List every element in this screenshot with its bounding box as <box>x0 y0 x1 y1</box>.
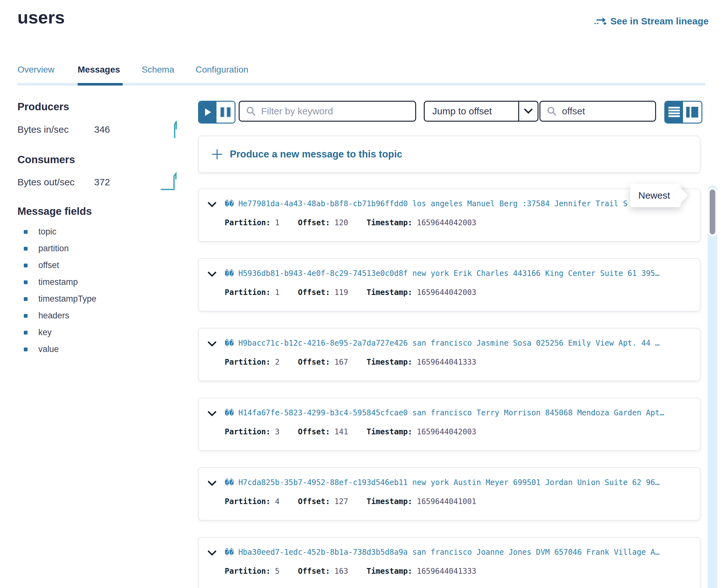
timestamp-value: 1659644041333 <box>417 567 476 576</box>
message-row[interactable]: ��H9bacc71c-b12c-4216-8e95-2a7da727e426 … <box>198 328 700 381</box>
partition-value: 1 <box>275 288 280 297</box>
message-row[interactable]: ��H14fa67fe-5823-4299-b3c4-595845cfcae0 … <box>198 398 700 451</box>
key-bytes-glyphs: �� <box>225 269 234 278</box>
play-pause-toggle[interactable] <box>198 101 235 124</box>
newest-tooltip: Newest <box>630 184 681 207</box>
pause-icon <box>227 107 231 117</box>
chevron-down-icon[interactable] <box>208 411 216 417</box>
stream-lineage-link[interactable]: See in Stream lineage <box>594 16 709 27</box>
search-icon <box>246 106 256 116</box>
message-field-item[interactable]: headers <box>17 307 150 324</box>
offset-label: Offset: <box>298 288 330 297</box>
column-view-icon <box>691 107 698 118</box>
message-row[interactable]: ��Hba30eed7-1edc-452b-8b1a-738d3b5d8a9a … <box>198 537 700 588</box>
tab-schema[interactable]: Schema <box>142 65 174 75</box>
message-field-label: topic <box>38 227 57 237</box>
filter-placeholder: Filter by keyword <box>261 106 333 117</box>
message-key[interactable]: ��H5936db81-b943-4e0f-8c29-74513e0c0d8f … <box>225 269 690 278</box>
plus-icon <box>211 149 223 160</box>
message-field-item[interactable]: partition <box>17 240 150 257</box>
producers-heading: Producers <box>17 101 69 113</box>
bytes-out-sparkline <box>160 172 182 191</box>
message-meta: Partition:1 Offset:119 Timestamp:1659644… <box>225 288 476 297</box>
square-bullet-icon <box>24 247 27 251</box>
key-text: H7cda825b-35b7-4952-88ef-c193d546eb11 ne… <box>238 478 660 487</box>
timestamp-meta: Timestamp:1659644042003 <box>366 427 476 436</box>
partition-value: 2 <box>275 358 280 366</box>
key-text: He77981da-4a43-48ab-b8f8-cb71b96ffdd0 lo… <box>238 199 627 208</box>
newest-tooltip-label: Newest <box>638 190 670 201</box>
bytes-in-sparkline <box>169 121 182 139</box>
bytes-in-value: 346 <box>94 124 110 135</box>
partition-meta: Partition:5 <box>225 567 280 576</box>
message-field-item[interactable]: offset <box>17 257 150 274</box>
timestamp-meta: Timestamp:1659644042003 <box>366 288 476 297</box>
messages-scrollbar-thumb[interactable] <box>710 189 715 234</box>
column-view-button[interactable] <box>683 102 701 123</box>
partition-meta: Partition:1 <box>225 218 280 227</box>
select-chevron-segment[interactable] <box>518 102 538 121</box>
message-meta: Partition:4 Offset:127 Timestamp:1659644… <box>225 497 476 506</box>
jump-to-offset-select[interactable]: Jump to offset <box>424 101 538 122</box>
tab-messages[interactable]: Messages <box>78 65 120 75</box>
view-mode-toggle[interactable] <box>664 101 702 124</box>
timestamp-label: Timestamp: <box>366 427 412 436</box>
offset-value: 167 <box>334 358 348 366</box>
list-view-button[interactable] <box>665 102 683 123</box>
offset-value: 141 <box>334 427 348 436</box>
chevron-down-icon[interactable] <box>208 202 216 208</box>
message-field-label: timestamp <box>38 277 78 287</box>
partition-label: Partition: <box>225 358 271 366</box>
offset-search-input[interactable]: offset <box>539 101 656 122</box>
offset-label: Offset: <box>298 358 330 366</box>
offset-label: Offset: <box>298 497 330 506</box>
chevron-down-icon[interactable] <box>208 272 216 277</box>
message-key[interactable]: ��H14fa67fe-5823-4299-b3c4-595845cfcae0 … <box>225 408 690 417</box>
message-field-item[interactable]: timestampType <box>17 291 150 307</box>
key-text: H9bacc71c-b12c-4216-8e95-2a7da727e426 sa… <box>238 339 660 348</box>
pause-button[interactable] <box>216 102 234 123</box>
message-key[interactable]: ��Hba30eed7-1edc-452b-8b1a-738d3b5d8a9a … <box>225 548 690 556</box>
topic-messages-page: users See in Stream lineage Overview Mes… <box>0 0 722 588</box>
offset-meta: Offset:141 <box>298 427 348 436</box>
filter-keyword-input[interactable]: Filter by keyword <box>239 101 416 122</box>
chevron-down-icon[interactable] <box>208 481 216 486</box>
offset-label: Offset: <box>298 567 330 576</box>
message-row[interactable]: ��H5936db81-b943-4e0f-8c29-74513e0c0d8f … <box>198 258 700 311</box>
message-key[interactable]: ��H7cda825b-35b7-4952-88ef-c193d546eb11 … <box>225 478 690 487</box>
play-icon <box>204 108 211 116</box>
timestamp-label: Timestamp: <box>366 567 412 576</box>
timestamp-meta: Timestamp:1659644041333 <box>366 567 476 576</box>
chevron-down-icon[interactable] <box>208 341 216 347</box>
message-field-item[interactable]: key <box>17 324 150 341</box>
chevron-down-icon[interactable] <box>208 550 216 556</box>
message-field-item[interactable]: timestamp <box>17 274 150 291</box>
play-button[interactable] <box>199 102 216 123</box>
key-bytes-glyphs: �� <box>225 408 234 417</box>
list-view-icon <box>668 106 680 118</box>
messages-scrollbar-track[interactable] <box>708 185 717 588</box>
chevron-down-icon <box>524 109 533 114</box>
timestamp-meta: Timestamp:1659644041333 <box>366 358 476 366</box>
key-text: Hba30eed7-1edc-452b-8b1a-738d3b5d8a9a sa… <box>238 548 660 556</box>
column-view-icon <box>686 107 690 118</box>
partition-meta: Partition:2 <box>225 358 280 366</box>
offset-meta: Offset:119 <box>298 288 348 297</box>
message-field-label: timestampType <box>38 294 96 304</box>
message-key[interactable]: ��H9bacc71c-b12c-4216-8e95-2a7da727e426 … <box>225 339 690 348</box>
message-row[interactable]: ��H7cda825b-35b7-4952-88ef-c193d546eb11 … <box>198 467 700 521</box>
message-field-item[interactable]: value <box>17 341 150 358</box>
offset-value: 120 <box>334 218 348 227</box>
message-key[interactable]: ��He77981da-4a43-48ab-b8f8-cb71b96ffdd0 … <box>225 199 690 208</box>
partition-value: 1 <box>275 218 280 227</box>
message-row[interactable]: ��He77981da-4a43-48ab-b8f8-cb71b96ffdd0 … <box>198 189 700 242</box>
message-field-label: key <box>38 328 51 337</box>
timestamp-value: 1659644041333 <box>417 358 476 366</box>
square-bullet-icon <box>24 314 27 318</box>
tab-configuration[interactable]: Configuration <box>195 65 248 75</box>
message-meta: Partition:5 Offset:163 Timestamp:1659644… <box>225 567 476 576</box>
message-field-item[interactable]: topic <box>17 223 150 240</box>
produce-message-button[interactable]: Produce a new message to this topic <box>198 135 700 173</box>
tab-overview[interactable]: Overview <box>17 65 55 75</box>
message-field-label: offset <box>38 260 59 270</box>
